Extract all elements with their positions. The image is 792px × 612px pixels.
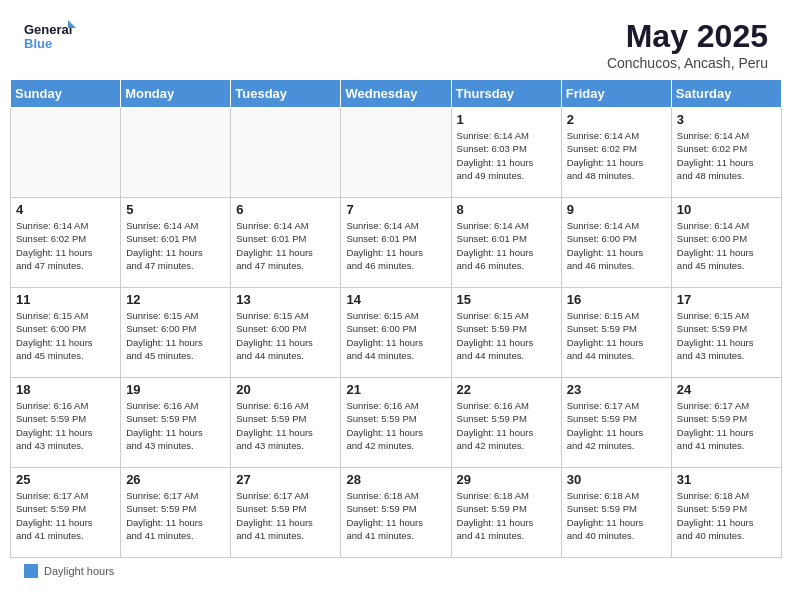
calendar-cell-4-7: 24Sunrise: 6:17 AM Sunset: 5:59 PM Dayli… (671, 378, 781, 468)
calendar-week-1: 1Sunrise: 6:14 AM Sunset: 6:03 PM Daylig… (11, 108, 782, 198)
cell-info: Sunrise: 6:14 AM Sunset: 6:01 PM Dayligh… (126, 219, 225, 272)
calendar-cell-5-5: 29Sunrise: 6:18 AM Sunset: 5:59 PM Dayli… (451, 468, 561, 558)
cell-info: Sunrise: 6:14 AM Sunset: 6:00 PM Dayligh… (677, 219, 776, 272)
footer: Daylight hours (0, 558, 792, 584)
day-number: 24 (677, 382, 776, 397)
day-number: 6 (236, 202, 335, 217)
day-number: 1 (457, 112, 556, 127)
calendar-cell-1-1 (11, 108, 121, 198)
day-number: 25 (16, 472, 115, 487)
day-number: 13 (236, 292, 335, 307)
calendar-cell-3-2: 12Sunrise: 6:15 AM Sunset: 6:00 PM Dayli… (121, 288, 231, 378)
day-number: 12 (126, 292, 225, 307)
page-header: General Blue May 2025 Conchucos, Ancash,… (0, 0, 792, 79)
day-number: 9 (567, 202, 666, 217)
day-number: 7 (346, 202, 445, 217)
calendar-cell-3-3: 13Sunrise: 6:15 AM Sunset: 6:00 PM Dayli… (231, 288, 341, 378)
cell-info: Sunrise: 6:14 AM Sunset: 6:03 PM Dayligh… (457, 129, 556, 182)
calendar-cell-2-1: 4Sunrise: 6:14 AM Sunset: 6:02 PM Daylig… (11, 198, 121, 288)
cell-info: Sunrise: 6:17 AM Sunset: 5:59 PM Dayligh… (236, 489, 335, 542)
day-number: 4 (16, 202, 115, 217)
day-number: 17 (677, 292, 776, 307)
calendar-cell-2-2: 5Sunrise: 6:14 AM Sunset: 6:01 PM Daylig… (121, 198, 231, 288)
calendar-cell-3-1: 11Sunrise: 6:15 AM Sunset: 6:00 PM Dayli… (11, 288, 121, 378)
day-number: 26 (126, 472, 225, 487)
cell-info: Sunrise: 6:15 AM Sunset: 5:59 PM Dayligh… (457, 309, 556, 362)
calendar-cell-5-6: 30Sunrise: 6:18 AM Sunset: 5:59 PM Dayli… (561, 468, 671, 558)
cell-info: Sunrise: 6:16 AM Sunset: 5:59 PM Dayligh… (126, 399, 225, 452)
cell-info: Sunrise: 6:18 AM Sunset: 5:59 PM Dayligh… (457, 489, 556, 542)
header-friday: Friday (561, 80, 671, 108)
cell-info: Sunrise: 6:15 AM Sunset: 6:00 PM Dayligh… (346, 309, 445, 362)
header-monday: Monday (121, 80, 231, 108)
cell-info: Sunrise: 6:16 AM Sunset: 5:59 PM Dayligh… (16, 399, 115, 452)
calendar-cell-4-6: 23Sunrise: 6:17 AM Sunset: 5:59 PM Dayli… (561, 378, 671, 468)
calendar-cell-3-5: 15Sunrise: 6:15 AM Sunset: 5:59 PM Dayli… (451, 288, 561, 378)
cell-info: Sunrise: 6:14 AM Sunset: 6:01 PM Dayligh… (236, 219, 335, 272)
day-number: 3 (677, 112, 776, 127)
header-saturday: Saturday (671, 80, 781, 108)
cell-info: Sunrise: 6:15 AM Sunset: 5:59 PM Dayligh… (567, 309, 666, 362)
location-subtitle: Conchucos, Ancash, Peru (607, 55, 768, 71)
cell-info: Sunrise: 6:14 AM Sunset: 6:02 PM Dayligh… (677, 129, 776, 182)
logo: General Blue (24, 18, 76, 56)
calendar-cell-4-2: 19Sunrise: 6:16 AM Sunset: 5:59 PM Dayli… (121, 378, 231, 468)
cell-info: Sunrise: 6:14 AM Sunset: 6:00 PM Dayligh… (567, 219, 666, 272)
cell-info: Sunrise: 6:17 AM Sunset: 5:59 PM Dayligh… (567, 399, 666, 452)
calendar-cell-1-5: 1Sunrise: 6:14 AM Sunset: 6:03 PM Daylig… (451, 108, 561, 198)
cell-info: Sunrise: 6:15 AM Sunset: 6:00 PM Dayligh… (16, 309, 115, 362)
calendar-cell-5-7: 31Sunrise: 6:18 AM Sunset: 5:59 PM Dayli… (671, 468, 781, 558)
calendar-cell-2-5: 8Sunrise: 6:14 AM Sunset: 6:01 PM Daylig… (451, 198, 561, 288)
header-thursday: Thursday (451, 80, 561, 108)
footer-bar: Daylight hours (24, 564, 768, 578)
calendar-cell-4-4: 21Sunrise: 6:16 AM Sunset: 5:59 PM Dayli… (341, 378, 451, 468)
daylight-label: Daylight hours (44, 565, 114, 577)
cell-info: Sunrise: 6:15 AM Sunset: 5:59 PM Dayligh… (677, 309, 776, 362)
calendar-cell-1-4 (341, 108, 451, 198)
day-number: 30 (567, 472, 666, 487)
calendar-cell-4-3: 20Sunrise: 6:16 AM Sunset: 5:59 PM Dayli… (231, 378, 341, 468)
day-number: 28 (346, 472, 445, 487)
svg-text:Blue: Blue (24, 36, 52, 51)
day-number: 5 (126, 202, 225, 217)
cell-info: Sunrise: 6:18 AM Sunset: 5:59 PM Dayligh… (677, 489, 776, 542)
calendar-cell-3-6: 16Sunrise: 6:15 AM Sunset: 5:59 PM Dayli… (561, 288, 671, 378)
day-number: 22 (457, 382, 556, 397)
calendar-cell-2-6: 9Sunrise: 6:14 AM Sunset: 6:00 PM Daylig… (561, 198, 671, 288)
calendar-cell-5-1: 25Sunrise: 6:17 AM Sunset: 5:59 PM Dayli… (11, 468, 121, 558)
month-title: May 2025 (607, 18, 768, 55)
daylight-color-indicator (24, 564, 38, 578)
calendar-cell-3-4: 14Sunrise: 6:15 AM Sunset: 6:00 PM Dayli… (341, 288, 451, 378)
day-number: 11 (16, 292, 115, 307)
day-number: 14 (346, 292, 445, 307)
cell-info: Sunrise: 6:18 AM Sunset: 5:59 PM Dayligh… (567, 489, 666, 542)
calendar-table: Sunday Monday Tuesday Wednesday Thursday… (10, 79, 782, 558)
day-number: 29 (457, 472, 556, 487)
calendar-cell-5-2: 26Sunrise: 6:17 AM Sunset: 5:59 PM Dayli… (121, 468, 231, 558)
cell-info: Sunrise: 6:15 AM Sunset: 6:00 PM Dayligh… (126, 309, 225, 362)
calendar-cell-1-3 (231, 108, 341, 198)
calendar-week-4: 18Sunrise: 6:16 AM Sunset: 5:59 PM Dayli… (11, 378, 782, 468)
calendar-cell-1-6: 2Sunrise: 6:14 AM Sunset: 6:02 PM Daylig… (561, 108, 671, 198)
header-tuesday: Tuesday (231, 80, 341, 108)
day-number: 21 (346, 382, 445, 397)
calendar-cell-4-1: 18Sunrise: 6:16 AM Sunset: 5:59 PM Dayli… (11, 378, 121, 468)
cell-info: Sunrise: 6:15 AM Sunset: 6:00 PM Dayligh… (236, 309, 335, 362)
svg-text:General: General (24, 22, 72, 37)
cell-info: Sunrise: 6:14 AM Sunset: 6:01 PM Dayligh… (457, 219, 556, 272)
title-block: May 2025 Conchucos, Ancash, Peru (607, 18, 768, 71)
cell-info: Sunrise: 6:14 AM Sunset: 6:02 PM Dayligh… (16, 219, 115, 272)
calendar-cell-1-7: 3Sunrise: 6:14 AM Sunset: 6:02 PM Daylig… (671, 108, 781, 198)
day-number: 10 (677, 202, 776, 217)
cell-info: Sunrise: 6:14 AM Sunset: 6:02 PM Dayligh… (567, 129, 666, 182)
calendar-cell-2-3: 6Sunrise: 6:14 AM Sunset: 6:01 PM Daylig… (231, 198, 341, 288)
day-number: 23 (567, 382, 666, 397)
calendar-cell-4-5: 22Sunrise: 6:16 AM Sunset: 5:59 PM Dayli… (451, 378, 561, 468)
header-wednesday: Wednesday (341, 80, 451, 108)
day-number: 20 (236, 382, 335, 397)
calendar-header-row: Sunday Monday Tuesday Wednesday Thursday… (11, 80, 782, 108)
logo-svg: General Blue (24, 18, 76, 56)
cell-info: Sunrise: 6:17 AM Sunset: 5:59 PM Dayligh… (16, 489, 115, 542)
calendar-cell-5-3: 27Sunrise: 6:17 AM Sunset: 5:59 PM Dayli… (231, 468, 341, 558)
day-number: 19 (126, 382, 225, 397)
